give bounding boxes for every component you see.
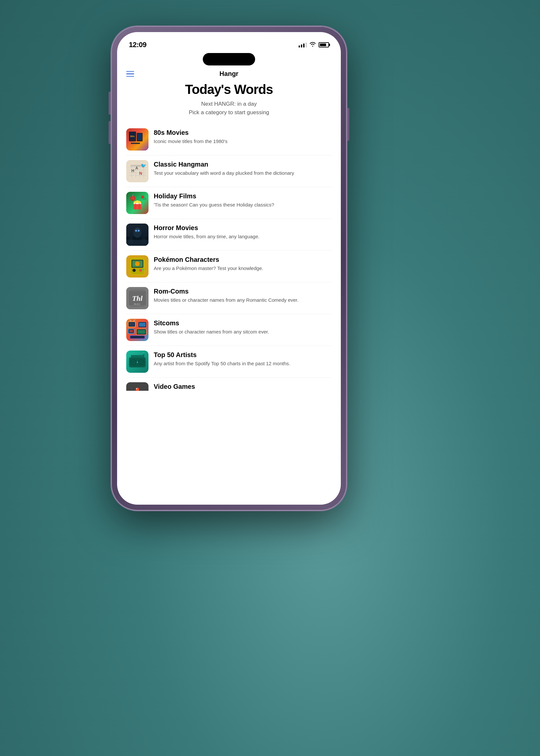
- status-bar: 12:09: [117, 32, 341, 52]
- category-thumbnail-top50: [126, 350, 149, 373]
- category-item-rom-coms[interactable]: Thl ROI Rom-Coms Movies titles or charac…: [126, 283, 332, 314]
- dynamic-island: [203, 53, 255, 66]
- category-thumbnail-romcom: Thl ROI: [126, 287, 149, 309]
- category-thumbnail-pokemon: [126, 255, 149, 278]
- signal-dot-2: [301, 45, 302, 48]
- app-title: Hangr: [219, 70, 238, 78]
- category-text-pokemon: Pokémon Characters Are you a Pokémon mas…: [154, 255, 332, 272]
- category-thumbnail-hangman: crossword H: [126, 160, 149, 182]
- category-item-pokemon[interactable]: Pokémon Characters Are you a Pokémon mas…: [126, 251, 332, 283]
- svg-rect-66: [130, 290, 145, 291]
- category-name-top50: Top 50 Artists: [154, 351, 332, 359]
- category-item-video-games[interactable]: 🕹️ Video Games: [126, 378, 332, 391]
- svg-text:🕹️: 🕹️: [132, 387, 143, 391]
- phone-screen: 12:09: [117, 32, 341, 505]
- signal-dot-3: [303, 44, 305, 48]
- category-name-hangman: Classic Hangman: [154, 161, 332, 168]
- category-name-80s: 80s Movies: [154, 129, 332, 136]
- category-desc-hangman: Test your vocabulary with word a day plu…: [154, 169, 332, 176]
- category-desc-top50: Any artist from the Spotify Top 50 chart…: [154, 360, 332, 367]
- page-title: Today's Words: [126, 82, 332, 97]
- status-icons: [299, 42, 329, 48]
- category-text-horror: Horror Movies Horror movie titles, from …: [154, 224, 332, 240]
- svg-point-58: [142, 269, 144, 271]
- category-name-romcom: Rom-Coms: [154, 288, 332, 295]
- category-text-sitcoms: Sitcoms Show titles or character names f…: [154, 319, 332, 335]
- scene: 12:09: [0, 0, 540, 756]
- svg-point-46: [136, 230, 137, 231]
- navigation-bar: Hangr: [117, 66, 341, 82]
- category-name-pokemon: Pokémon Characters: [154, 256, 332, 264]
- svg-text:N: N: [139, 171, 142, 176]
- category-desc-holiday: 'Tis the season! Can you guess these Hol…: [154, 201, 332, 208]
- svg-text:🐦: 🐦: [141, 163, 147, 169]
- category-desc-pokemon: Are you a Pokémon master? Test your know…: [154, 265, 332, 272]
- category-thumbnail-videogames: 🕹️: [126, 382, 149, 391]
- category-desc-80s: Iconic movie titles from the 1980's: [154, 138, 332, 145]
- category-item-top50[interactable]: Top 50 Artists Any artist from the Spoti…: [126, 346, 332, 378]
- category-name-videogames: Video Games: [154, 383, 332, 390]
- menu-button[interactable]: [126, 71, 134, 77]
- svg-rect-31: [132, 194, 133, 196]
- signal-dot-4: [306, 43, 307, 48]
- category-text-videogames: Video Games: [154, 382, 332, 391]
- power-button: [347, 108, 349, 141]
- svg-rect-6: [131, 143, 140, 144]
- category-name-horror: Horror Movies: [154, 224, 332, 232]
- volume-down-button: [109, 121, 110, 144]
- svg-text:80s: 80s: [130, 135, 135, 138]
- category-name-sitcoms: Sitcoms: [154, 319, 332, 327]
- battery-icon: [319, 42, 329, 48]
- menu-line-1: [126, 71, 134, 72]
- battery-fill: [320, 44, 326, 46]
- wifi-icon: [310, 42, 316, 48]
- svg-text:ROI: ROI: [134, 303, 141, 306]
- category-item-holiday-films[interactable]: Holiday Films 'Tis the season! Can you g…: [126, 187, 332, 219]
- category-item-sitcoms[interactable]: Sitcoms Show titles or character names f…: [126, 314, 332, 346]
- next-hangr-text: Next HANGR: in a day: [126, 101, 332, 107]
- svg-point-35: [141, 196, 144, 198]
- signal-dot-1: [299, 46, 300, 48]
- svg-point-32: [131, 197, 134, 200]
- svg-rect-77: [129, 330, 133, 332]
- svg-rect-101: [131, 355, 144, 357]
- menu-line-3: [126, 76, 134, 77]
- pick-category-text: Pick a category to start guessing: [126, 109, 332, 116]
- category-thumbnail-80s: 80s: [126, 128, 149, 150]
- svg-point-47: [138, 230, 139, 231]
- svg-point-100: [143, 352, 145, 354]
- category-text-holiday: Holiday Films 'Tis the season! Can you g…: [154, 192, 332, 208]
- category-item-classic-hangman[interactable]: crossword H: [126, 155, 332, 187]
- category-desc-horror: Horror movie titles, from any time, any …: [154, 233, 332, 240]
- svg-point-95: [141, 362, 142, 363]
- svg-text:Thl: Thl: [132, 294, 143, 302]
- svg-rect-48: [126, 240, 149, 246]
- svg-rect-71: [129, 323, 134, 326]
- svg-point-55: [136, 262, 139, 265]
- category-text-80s: 80s Movies Iconic movie titles from the …: [154, 128, 332, 145]
- category-desc-romcom: Movies titles or character names from an…: [154, 296, 332, 303]
- category-text-romcom: Rom-Coms Movies titles or character name…: [154, 287, 332, 303]
- svg-rect-67: [130, 305, 145, 306]
- category-name-holiday: Holiday Films: [154, 192, 332, 200]
- category-thumbnail-sitcoms: [126, 319, 149, 341]
- svg-point-29: [138, 201, 141, 204]
- svg-point-57: [139, 269, 142, 272]
- svg-point-91: [133, 362, 134, 363]
- category-thumbnail-horror: [126, 224, 149, 246]
- category-desc-sitcoms: Show titles or character names from any …: [154, 328, 332, 335]
- svg-rect-61: [134, 269, 134, 272]
- signal-icon: [299, 43, 307, 48]
- category-item-80s-movies[interactable]: 80s 80s Movies Iconic movie titles from …: [126, 124, 332, 155]
- category-text-top50: Top 50 Artists Any artist from the Spoti…: [154, 350, 332, 367]
- phone-wrapper: 12:09: [111, 26, 347, 510]
- status-time: 12:09: [129, 41, 147, 49]
- category-thumbnail-holiday: [126, 192, 149, 214]
- svg-rect-82: [130, 336, 145, 338]
- svg-rect-5: [137, 133, 142, 140]
- category-item-horror-movies[interactable]: Horror Movies Horror movie titles, from …: [126, 219, 332, 251]
- category-text-hangman: Classic Hangman Test your vocabulary wit…: [154, 160, 332, 176]
- category-list: 80s 80s Movies Iconic movie titles from …: [126, 124, 332, 391]
- svg-text:A: A: [135, 166, 138, 170]
- svg-point-98: [137, 362, 138, 363]
